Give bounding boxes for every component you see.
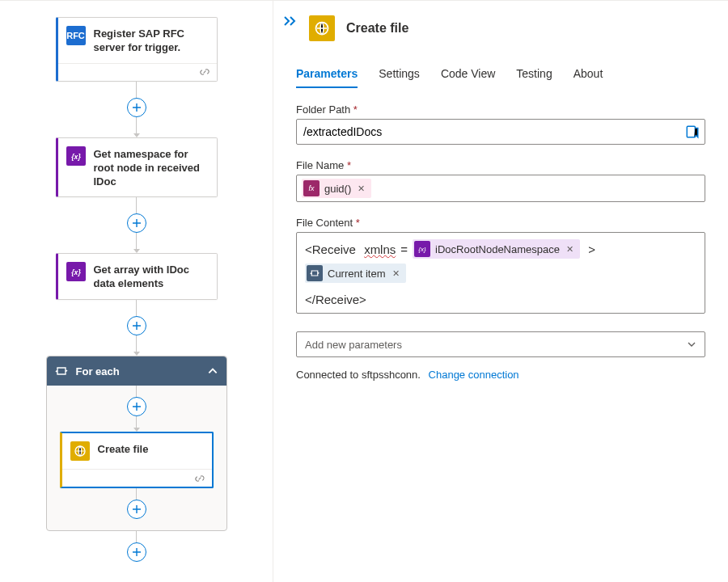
loop-icon (307, 265, 323, 281)
chevron-down-icon (687, 340, 696, 349)
sap-icon: RFC (66, 26, 86, 45)
add-step-button[interactable] (127, 316, 146, 335)
variable-icon: {x} (414, 241, 430, 257)
file-name-label: File Name * (296, 159, 705, 171)
chevron-up-icon[interactable] (207, 365, 218, 377)
svg-text:fx: fx (308, 184, 315, 192)
folder-path-input[interactable] (296, 119, 705, 145)
file-content-label: File Content * (296, 217, 705, 229)
foreach-title: For each (76, 365, 120, 377)
create-file-icon (70, 441, 90, 461)
loop-icon (55, 365, 68, 377)
svg-text:{x}: {x} (71, 268, 81, 276)
file-content-input[interactable]: <Receive xmlns= {x} iDocRootNodeNamespac… (296, 232, 705, 314)
add-step-button[interactable] (127, 213, 146, 233)
node-title: Register SAP RFC server for trigger. (94, 26, 209, 55)
tab-settings[interactable]: Settings (379, 62, 420, 88)
token-current-item[interactable]: Current item ✕ (305, 264, 406, 283)
change-connection-link[interactable]: Change connection (429, 369, 519, 381)
svg-text:{x}: {x} (71, 152, 81, 160)
tab-about[interactable]: About (574, 62, 603, 88)
node-sap-trigger[interactable]: RFC Register SAP RFC server for trigger. (56, 17, 218, 82)
add-step-button[interactable] (127, 98, 146, 117)
create-file-icon (309, 15, 335, 41)
add-step-button[interactable] (127, 397, 146, 416)
connection-status: Connected to sftpsshconn. Change connect… (296, 369, 705, 381)
token-remove-button[interactable]: ✕ (356, 183, 366, 194)
svg-rect-4 (687, 126, 695, 137)
folder-path-label: Folder Path * (296, 103, 705, 116)
add-step-button[interactable] (127, 542, 146, 562)
panel-tabs: Parameters Settings Code View Testing Ab… (296, 62, 705, 89)
variable-icon: {x} (66, 262, 86, 281)
file-name-input[interactable]: fx guid() ✕ (296, 175, 705, 202)
node-title: Get namespace for root node in received … (94, 146, 209, 189)
add-step-button[interactable] (127, 500, 146, 519)
panel-title: Create file (346, 21, 408, 36)
node-title: Create file (98, 441, 149, 457)
tab-parameters[interactable]: Parameters (296, 62, 358, 88)
collapse-panel-button[interactable] (280, 12, 301, 30)
designer-canvas[interactable]: RFC Register SAP RFC server for trigger.… (0, 0, 273, 582)
tab-codeview[interactable]: Code View (441, 62, 495, 88)
token-remove-button[interactable]: ✕ (565, 244, 575, 255)
details-panel: Create file Parameters Settings Code Vie… (273, 0, 728, 582)
token-guid[interactable]: fx guid() ✕ (302, 179, 371, 198)
node-title: Get array with IDoc data elements (94, 262, 209, 291)
token-remove-button[interactable]: ✕ (391, 268, 401, 279)
add-new-parameters-dropdown[interactable]: Add new parameters (296, 331, 705, 357)
node-get-array[interactable]: {x} Get array with IDoc data elements (56, 253, 218, 300)
token-idoc-namespace[interactable]: {x} iDocRootNodeNamespace ✕ (413, 239, 580, 259)
svg-text:{x}: {x} (418, 246, 426, 253)
variable-icon: {x} (66, 146, 86, 166)
link-icon (194, 473, 205, 484)
node-create-file[interactable]: Create file (60, 432, 214, 488)
tab-testing[interactable]: Testing (516, 62, 552, 88)
link-icon (199, 66, 210, 78)
node-foreach[interactable]: For each Create file (46, 356, 227, 531)
node-get-namespace[interactable]: {x} Get namespace for root node in recei… (56, 137, 218, 198)
fx-icon: fx (303, 180, 320, 196)
